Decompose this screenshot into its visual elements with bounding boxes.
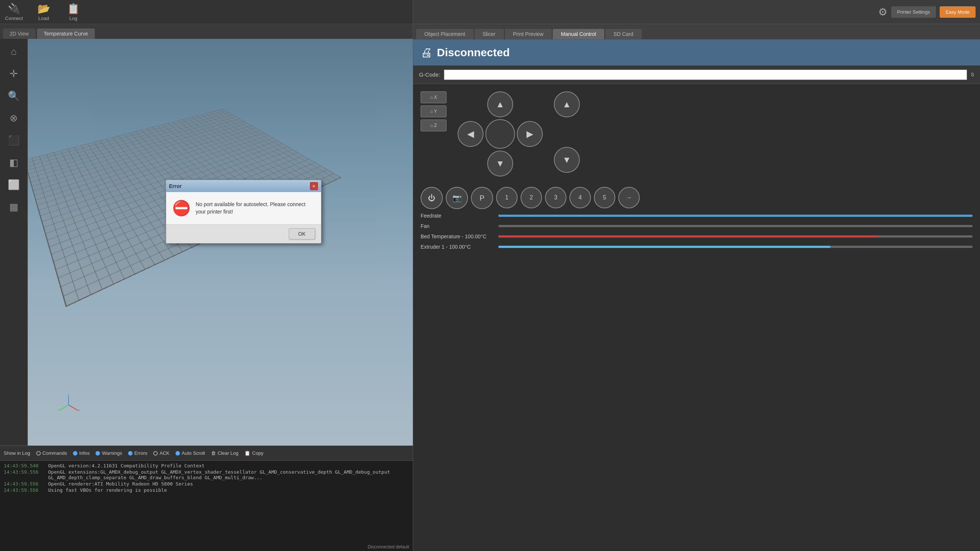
tab-object-placement[interactable]: Object Placement xyxy=(416,29,474,39)
p-button[interactable]: P xyxy=(471,187,493,209)
error-title: Error xyxy=(169,183,182,189)
fan-label: Fan xyxy=(421,223,495,229)
feedrate-fill xyxy=(498,214,973,217)
right-panel: ⚙ Printer Settings Easy Mode Object Plac… xyxy=(413,0,980,551)
fan-slider-row: Fan xyxy=(421,223,973,229)
feedrate-slider[interactable] xyxy=(498,214,973,217)
dialog-close-button[interactable]: × xyxy=(310,182,318,190)
dpad-up-button[interactable]: ▲ xyxy=(487,91,513,117)
power-button[interactable]: ⏻ xyxy=(421,187,443,209)
error-titlebar: Error × xyxy=(166,180,321,192)
connection-status: Disconnected xyxy=(437,46,510,59)
tab-print-preview[interactable]: Print Preview xyxy=(505,29,552,39)
infos-radio[interactable] xyxy=(73,451,77,456)
z-control: ▲ ▼ xyxy=(554,91,580,176)
show-in-log-label: Show in Log xyxy=(4,450,30,456)
sliders-area: Feedrate Fan Bed Temperature - 100.00°C … xyxy=(413,213,980,250)
extruder-temp-slider-row: Extruder 1 - 100.00°C xyxy=(421,244,973,250)
arrow-button[interactable]: → xyxy=(618,187,640,208)
warnings-radio[interactable] xyxy=(95,451,100,456)
infos-filter[interactable]: Infos xyxy=(73,450,90,456)
errors-radio[interactable] xyxy=(128,451,132,456)
bed-temp-slider[interactable] xyxy=(498,235,973,238)
extruder-temp-slider[interactable] xyxy=(498,246,973,248)
num-3-button[interactable]: 3 xyxy=(545,187,566,208)
log-toolbar: Show in Log Commands Infos Warnings Erro… xyxy=(0,446,413,461)
warnings-filter[interactable]: Warnings xyxy=(95,450,122,456)
dpad-right-button[interactable]: ▶ xyxy=(517,121,543,147)
gcode-send-button[interactable]: S xyxy=(971,72,974,77)
auto-scroll-radio[interactable] xyxy=(175,451,180,456)
num-4-button[interactable]: 4 xyxy=(570,187,591,208)
dpad-down-button[interactable]: ▼ xyxy=(487,151,513,176)
errors-filter[interactable]: Errors xyxy=(128,450,147,456)
dpad-xy: ▲ ◀ ▶ ▼ xyxy=(458,91,543,176)
z-down-button[interactable]: ▼ xyxy=(554,147,580,173)
error-footer: OK xyxy=(166,225,321,243)
bed-temp-fill xyxy=(498,235,878,238)
tab-slicer[interactable]: Slicer xyxy=(475,29,504,39)
gear-icon[interactable]: ⚙ xyxy=(878,6,888,18)
camera-button[interactable]: 📷 xyxy=(446,187,468,209)
gcode-input[interactable] xyxy=(444,70,967,80)
action-buttons-row: ⏻ 📷 P 1 2 3 4 5 → xyxy=(413,187,980,209)
home-y-button[interactable]: ⌂ Y xyxy=(421,105,447,117)
feedrate-label: Feedrate xyxy=(421,213,495,219)
gcode-row: G-Code: S xyxy=(413,65,980,84)
home-buttons: ⌂ X ⌂ Y ⌂ Z xyxy=(421,91,447,176)
ok-button[interactable]: OK xyxy=(289,228,315,240)
right-toolbar: ⚙ Printer Settings Easy Mode xyxy=(413,0,980,24)
tab-manual-control[interactable]: Manual Control xyxy=(553,29,604,39)
tab-sd-card[interactable]: SD Card xyxy=(605,29,642,39)
bed-temp-label: Bed Temperature - 100.00°C xyxy=(421,233,495,240)
status-bar: 🖨 Disconnected xyxy=(413,40,980,65)
error-message: No port available for autoselect. Please… xyxy=(196,201,315,215)
commands-radio[interactable] xyxy=(36,451,41,456)
num-2-button[interactable]: 2 xyxy=(520,187,542,208)
error-dialog: Error × ⛔ No port available for autosele… xyxy=(166,180,321,243)
control-area: ⌂ X ⌂ Y ⌂ Z ▲ ◀ ▶ ▼ ▲ ▼ xyxy=(413,84,980,184)
dpad-left-button[interactable]: ◀ xyxy=(458,121,484,147)
log-line: 14:43:59.556OpenGL renderer:ATI Mobility… xyxy=(4,481,409,487)
fan-slider[interactable] xyxy=(498,225,973,227)
extruder-temp-fill xyxy=(498,246,830,248)
error-body: ⛔ No port available for autoselect. Plea… xyxy=(166,192,321,225)
log-content: 14:43:59.540OpenGL version:4.2.11631 Com… xyxy=(0,461,413,551)
error-overlay: Error × ⛔ No port available for autosele… xyxy=(0,0,413,446)
log-area: Show in Log Commands Infos Warnings Erro… xyxy=(0,446,413,551)
log-line: 14:43:59.556OpenGL extensions:GL_AMDX_de… xyxy=(4,469,409,480)
log-line: 14:43:59.540OpenGL version:4.2.11631 Com… xyxy=(4,463,409,468)
copy-button[interactable]: 📋 Copy xyxy=(244,450,263,456)
home-x-button[interactable]: ⌂ X xyxy=(421,91,447,103)
error-icon: ⛔ xyxy=(172,200,191,217)
easy-mode-button[interactable]: Easy Mode xyxy=(940,6,975,18)
log-status: Disconnected default xyxy=(368,544,409,549)
log-line: 14:43:59.556Using fast VBOs for renderin… xyxy=(4,487,409,493)
home-z-button[interactable]: ⌂ Z xyxy=(421,119,447,131)
bed-temp-slider-row: Bed Temperature - 100.00°C xyxy=(421,233,973,240)
dpad-center-button[interactable] xyxy=(485,119,515,149)
clear-log-button[interactable]: 🗑 Clear Log xyxy=(211,450,239,456)
auto-scroll-filter[interactable]: Auto Scroll xyxy=(175,450,205,456)
feedrate-slider-row: Feedrate xyxy=(421,213,973,219)
ack-filter[interactable]: ACK xyxy=(153,450,170,456)
z-up-button[interactable]: ▲ xyxy=(554,91,580,117)
ack-radio[interactable] xyxy=(153,451,158,456)
commands-filter[interactable]: Commands xyxy=(36,450,67,456)
gcode-label: G-Code: xyxy=(419,71,440,78)
printer-settings-button[interactable]: Printer Settings xyxy=(891,6,936,18)
num-1-button[interactable]: 1 xyxy=(496,187,518,208)
printer-status-icon: 🖨 xyxy=(421,46,433,60)
right-tabs: Object Placement Slicer Print Preview Ma… xyxy=(413,24,980,40)
extruder-label: Extruder 1 - 100.00°C xyxy=(421,244,495,250)
num-5-button[interactable]: 5 xyxy=(594,187,615,208)
